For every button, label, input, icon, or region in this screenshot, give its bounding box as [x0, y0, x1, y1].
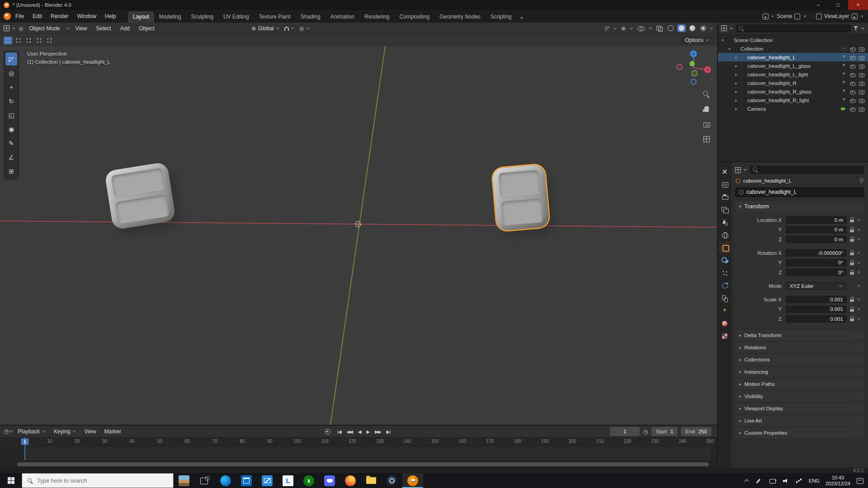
select-mode-extend[interactable]	[14, 37, 23, 44]
outliner-row-cabover-headlight-l[interactable]: cabover_headlight_L	[718, 53, 868, 61]
animate-dot-icon[interactable]	[858, 298, 860, 300]
taskbar-icon-l-app[interactable]	[278, 473, 298, 488]
lock-icon[interactable]	[850, 260, 854, 265]
maximize-button[interactable]: □	[828, 0, 848, 10]
workspace-tab[interactable]: Texture Paint	[254, 11, 296, 23]
value-field[interactable]: 0.001	[786, 305, 847, 313]
disclosure-arrow-icon[interactable]	[733, 107, 739, 111]
select-mode-subtract[interactable]	[24, 37, 33, 44]
taskbar-icon-steam[interactable]	[382, 473, 402, 488]
properties-tab-view-layer[interactable]	[719, 204, 731, 215]
disable-render-toggle-icon[interactable]	[859, 98, 864, 103]
disclosure-arrow-icon[interactable]	[733, 81, 739, 85]
remove-viewlayer-icon[interactable]: ×	[860, 14, 864, 19]
viewport-menu[interactable]: Add	[117, 24, 133, 33]
filter-icon[interactable]	[854, 26, 859, 31]
outliner-search-field[interactable]	[736, 24, 851, 33]
transform-panel-header[interactable]: Transform ∷∷	[735, 201, 864, 212]
properties-tab-object[interactable]	[719, 242, 731, 253]
hide-viewport-toggle-icon[interactable]	[849, 63, 856, 69]
properties-tab-output[interactable]	[719, 191, 731, 202]
navigation-gizmo[interactable]: Z X	[674, 48, 713, 88]
value-field[interactable]: 0 m	[786, 235, 847, 243]
drag-handle-icon[interactable]: ∷∷	[854, 345, 860, 350]
collection-checkbox[interactable]	[842, 46, 847, 51]
disable-render-toggle-icon[interactable]	[859, 46, 864, 52]
value-field[interactable]: -0.000003°	[786, 249, 847, 257]
drag-handle-icon[interactable]: ∷∷	[854, 204, 860, 209]
search-input[interactable]	[37, 478, 155, 484]
timeline-menu-playback[interactable]: Playback	[14, 427, 49, 436]
playback-button-prev-keyframe[interactable]: ◀◀	[344, 428, 354, 435]
animate-dot-icon[interactable]	[858, 229, 860, 231]
blender-menu-icon[interactable]	[4, 13, 11, 20]
new-viewlayer-icon[interactable]	[852, 14, 858, 19]
drag-handle-icon[interactable]: ∷∷	[854, 370, 860, 375]
timeline-ruler[interactable]: 1102030405060708090100110120130140150160…	[0, 437, 717, 446]
object-name-field[interactable]: cabover_headlight_L	[735, 188, 864, 197]
hide-viewport-toggle-icon[interactable]	[849, 46, 856, 52]
animate-dot-icon[interactable]	[858, 318, 860, 320]
shading-rendered-button[interactable]	[699, 24, 708, 32]
outliner-row-cabover-headlight-l-glass[interactable]: cabover_headlight_L_glass	[718, 61, 868, 70]
tool-button-select-box[interactable]: ◸	[5, 52, 17, 66]
menu-item[interactable]: File	[11, 11, 28, 21]
playback-button-play[interactable]: ▶	[364, 428, 372, 435]
chevron-down-icon[interactable]	[649, 27, 652, 30]
select-mode-invert[interactable]	[35, 37, 43, 44]
unlink-scene-icon[interactable]: ×	[802, 14, 807, 19]
object-name[interactable]: Scene Collection	[734, 38, 773, 43]
select-mode-intersect[interactable]	[45, 37, 54, 44]
object-visibility-icon[interactable]: ◸	[605, 25, 609, 32]
hide-viewport-toggle-icon[interactable]	[849, 106, 856, 112]
viewport-menu[interactable]: View	[72, 24, 90, 33]
tray-icon-network[interactable]	[796, 478, 803, 484]
tray-icon-volume[interactable]	[783, 478, 790, 484]
chevron-down-icon[interactable]	[66, 27, 70, 30]
proportional-editing-icon[interactable]: ◎	[299, 25, 304, 32]
drag-handle-icon[interactable]: ∷∷	[854, 357, 860, 362]
disclosure-arrow-icon[interactable]	[733, 89, 739, 94]
workspace-tab[interactable]: Shading	[296, 11, 326, 23]
disable-render-toggle-icon[interactable]	[859, 106, 864, 112]
workspace-tab[interactable]: Sculpting	[186, 11, 218, 23]
disclosure-arrow-icon[interactable]	[733, 55, 739, 60]
workspace-tab[interactable]: Modeling	[154, 11, 186, 23]
lock-icon[interactable]	[850, 270, 854, 275]
taskbar-icon-discord[interactable]	[319, 473, 340, 488]
tool-button-cursor[interactable]: ◎	[5, 66, 17, 80]
animate-dot-icon[interactable]	[858, 262, 860, 264]
value-field[interactable]: 0.001	[786, 315, 847, 323]
outliner-editor-icon[interactable]	[721, 25, 727, 31]
zoom-icon[interactable]	[703, 90, 711, 99]
properties-tab-tool[interactable]	[719, 166, 731, 177]
object-name[interactable]: cabover_headlight_R	[747, 80, 797, 86]
current-frame-field[interactable]: 1	[610, 427, 640, 436]
shading-material-button[interactable]	[688, 24, 697, 32]
chevron-down-icon[interactable]	[861, 27, 865, 30]
tool-button-transform[interactable]: ◉	[5, 122, 17, 136]
frame-end-field[interactable]: End250	[681, 427, 712, 436]
disable-render-toggle-icon[interactable]	[859, 63, 864, 69]
workspace-tab[interactable]: UV Editing	[218, 11, 254, 23]
chevron-down-icon[interactable]	[744, 168, 747, 172]
scrollbar-thumb[interactable]	[17, 462, 709, 466]
playback-button-jump-to-start[interactable]: |◀	[335, 428, 343, 435]
tray-icon-pen[interactable]	[756, 478, 764, 484]
xray-toggle-icon[interactable]	[656, 26, 662, 31]
camera-view-icon[interactable]	[703, 120, 711, 128]
outliner-row-cabover-headlight-r-glass[interactable]: cabover_headlight_R_glass	[718, 87, 868, 96]
workspace-tab[interactable]: Compositing	[394, 11, 434, 23]
disclosure-arrow-icon[interactable]	[726, 47, 732, 51]
timeline-editor-icon[interactable]: ◷	[4, 428, 9, 435]
value-field[interactable]: 0 m	[786, 216, 847, 224]
outliner-row-scene-collection[interactable]: Scene Collection	[718, 36, 868, 44]
timeline-menu-keying[interactable]: Keying	[50, 427, 80, 436]
properties-editor-icon[interactable]	[735, 167, 741, 173]
lock-icon[interactable]	[850, 227, 854, 232]
gizmos-toggle-icon[interactable]: ⊕	[621, 25, 626, 32]
animate-dot-icon[interactable]	[858, 219, 860, 221]
viewlayer-name[interactable]: ViewLayer	[824, 13, 849, 19]
lock-icon[interactable]	[850, 237, 854, 242]
playhead[interactable]: 1	[24, 437, 25, 460]
